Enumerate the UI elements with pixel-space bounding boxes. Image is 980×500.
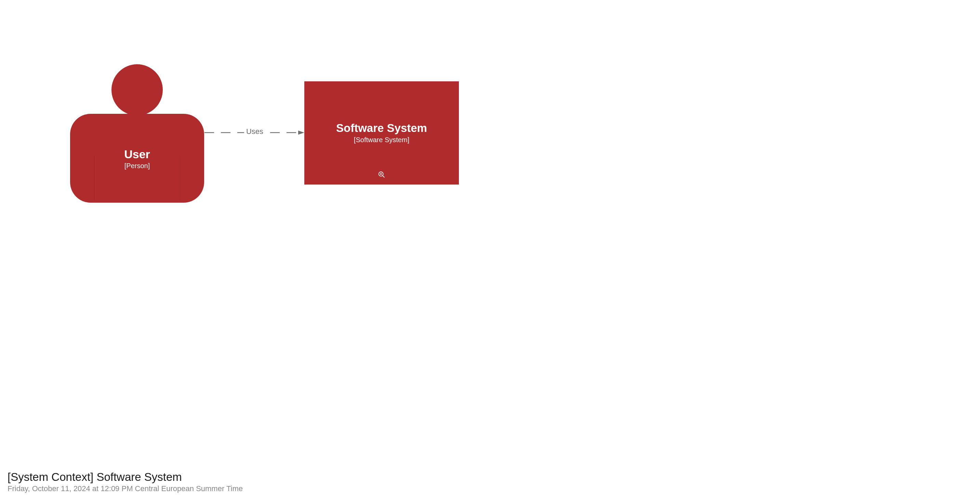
diagram-canvas: User [Person] Uses Software System [Soft… bbox=[0, 0, 980, 500]
system-subtitle: [Software System] bbox=[354, 136, 409, 144]
connector-uses: Uses bbox=[204, 127, 305, 137]
diagram-footer: [System Context] Software System Friday,… bbox=[8, 471, 243, 493]
svg-line-3 bbox=[383, 176, 385, 178]
person-subtitle: [Person] bbox=[70, 162, 204, 170]
person-title: User bbox=[70, 148, 204, 160]
svg-marker-1 bbox=[298, 130, 304, 135]
diagram-title: [System Context] Software System bbox=[8, 471, 243, 484]
system-title: Software System bbox=[336, 122, 427, 134]
software-system-node[interactable]: Software System [Software System] bbox=[304, 81, 459, 184]
diagram-timestamp: Friday, October 11, 2024 at 12:09 PM Cen… bbox=[8, 484, 243, 493]
zoom-in-icon[interactable] bbox=[378, 171, 385, 178]
connector-label: Uses bbox=[246, 127, 263, 136]
person-node[interactable]: User [Person] bbox=[70, 64, 204, 205]
person-head-shape bbox=[111, 64, 163, 116]
